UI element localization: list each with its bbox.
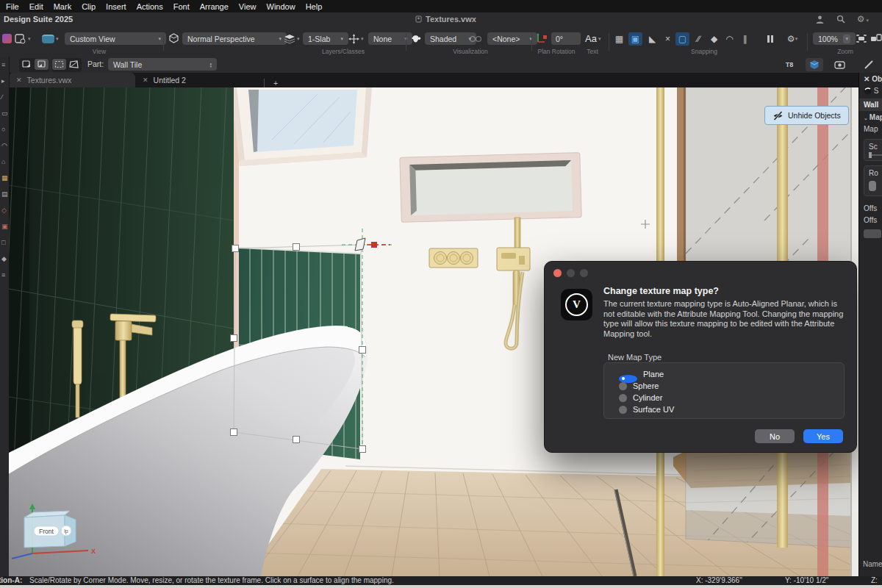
- render-teapot-icon[interactable]: [410, 32, 423, 45]
- document-title: Textures.vwx: [415, 15, 476, 24]
- map-edge-mode-icon[interactable]: [35, 59, 49, 70]
- change-texture-map-dialog: V Change texture map type? The current t…: [544, 261, 857, 453]
- fit-to-page-icon[interactable]: [870, 32, 882, 45]
- menu-item-mark[interactable]: Mark: [54, 2, 71, 11]
- menu-item-clip[interactable]: Clip: [82, 2, 96, 11]
- menu-item-actions[interactable]: Actions: [137, 2, 163, 11]
- snap-angle-icon[interactable]: ◣: [645, 32, 659, 46]
- layers-icon[interactable]: ▾: [284, 32, 300, 45]
- tab-untitled-2[interactable]: ✕ Untitled 2: [135, 73, 193, 87]
- text-scale-tool-icon[interactable]: T8: [781, 58, 798, 71]
- menu-item-help[interactable]: Help: [306, 2, 323, 11]
- texture-frame-mode-icon[interactable]: [52, 59, 66, 70]
- plan-rotation-value[interactable]: 0°: [551, 32, 581, 45]
- name-field-label: Name:: [863, 560, 882, 568]
- snap-parallel-icon[interactable]: ∥: [738, 32, 752, 46]
- no-button[interactable]: No: [755, 429, 795, 443]
- radio-sphere[interactable]: Sphere: [619, 380, 844, 392]
- close-window-button[interactable]: [553, 269, 562, 277]
- unhide-objects-button[interactable]: Unhide Objects: [764, 106, 849, 125]
- new-tab-button[interactable]: +: [264, 79, 278, 87]
- layers-classes-label: Layers/Classes: [322, 48, 365, 55]
- window: [231, 87, 372, 166]
- scale-label: Sc: [869, 143, 878, 151]
- radio-button-selected[interactable]: [619, 375, 637, 383]
- part-select[interactable]: Wall Tile ▴▾: [108, 58, 217, 71]
- scale-slider[interactable]: [869, 154, 882, 156]
- radio-plane[interactable]: Plane: [619, 368, 844, 380]
- menu-item-font[interactable]: Font: [173, 2, 190, 11]
- map-corner-mode-icon[interactable]: [20, 59, 34, 70]
- menu-item-file[interactable]: File: [6, 2, 19, 11]
- camera-effects-icon[interactable]: [469, 32, 482, 45]
- text-section-label: Text: [587, 48, 598, 55]
- radio-button[interactable]: [619, 394, 627, 402]
- map-label: Map: [859, 123, 882, 135]
- radio-surface-uv[interactable]: Surface UV: [619, 404, 844, 415]
- settings-gear-icon[interactable]: ⚙ ▾: [857, 14, 869, 24]
- snap-smart-point-icon[interactable]: ◆: [707, 32, 721, 46]
- snap-settings-gear-icon[interactable]: ⚙▾: [782, 32, 803, 46]
- fit-to-objects-icon[interactable]: [856, 32, 867, 45]
- class-nav-icon[interactable]: ▾: [348, 32, 364, 45]
- menu-item-insert[interactable]: Insert: [106, 2, 126, 11]
- render-style-select[interactable]: <None>▾: [487, 32, 537, 45]
- rotation-group: Ro: [864, 165, 882, 196]
- snap-distance-icon[interactable]: ∕∕: [692, 32, 706, 46]
- snap-intersection-icon[interactable]: ×: [661, 32, 675, 46]
- style-label: S: [874, 87, 879, 95]
- search-icon[interactable]: [836, 15, 845, 24]
- snap-pause-icon[interactable]: [763, 32, 777, 46]
- snap-tangent-icon[interactable]: ◠: [723, 32, 736, 46]
- projection-select[interactable]: Normal Perspective▾: [182, 32, 287, 45]
- camera-tool-icon[interactable]: [831, 58, 848, 71]
- snap-object-icon[interactable]: ▣: [628, 32, 642, 46]
- snap-grid-icon[interactable]: ▦: [612, 32, 626, 46]
- close-tab-icon[interactable]: ✕: [16, 76, 22, 84]
- bottom-edge-strip: [0, 585, 882, 588]
- cube-view-tool-icon[interactable]: [806, 58, 823, 71]
- menu-item-arrange[interactable]: Arrange: [200, 2, 229, 11]
- object-info-palette: ✕ Obje S Wall ⌄ Map Map Sc Ro Offs Offs …: [858, 73, 882, 576]
- status-message: Scale/Rotate by Corner Mode. Move, resiz…: [29, 576, 394, 584]
- rotation-knob[interactable]: [869, 181, 876, 191]
- text-style-icon[interactable]: Aa▾: [585, 32, 600, 45]
- plan-rotation-label: Plan Rotation: [537, 48, 575, 55]
- saved-views-icon[interactable]: ▾: [42, 32, 59, 45]
- plan-rotation-icon[interactable]: [535, 32, 548, 45]
- yes-button[interactable]: Yes: [803, 429, 843, 443]
- document-settings-icon[interactable]: ▾: [15, 32, 31, 45]
- distort-mode-icon[interactable]: [67, 59, 81, 70]
- offset-button[interactable]: [864, 229, 881, 238]
- app-tool-icon[interactable]: [2, 32, 12, 45]
- radio-cylinder[interactable]: Cylinder: [619, 392, 844, 404]
- map-group-label[interactable]: Map: [870, 113, 882, 121]
- menu-item-edit[interactable]: Edit: [29, 2, 43, 11]
- shower-control-knobs: [429, 248, 478, 268]
- close-tab-icon[interactable]: ✕: [143, 76, 148, 84]
- radio-button[interactable]: [619, 406, 627, 414]
- tool-mode-bar: Part: Wall Tile ▴▾ T8: [0, 57, 882, 74]
- projection-cube-icon[interactable]: [168, 32, 179, 45]
- menu-item-view[interactable]: View: [239, 2, 257, 11]
- view-select[interactable]: Custom View▾: [65, 32, 166, 45]
- zoom-window-button[interactable]: [580, 269, 588, 277]
- left-palette-tool[interactable]: ≡: [0, 57, 10, 73]
- dialog-message: The current texture mapping type is Auto…: [603, 299, 850, 339]
- close-palette-icon[interactable]: ✕: [864, 75, 870, 83]
- menu-item-window[interactable]: Window: [267, 2, 295, 11]
- rotate-handle-red[interactable]: [371, 242, 377, 248]
- vectorworks-logo: V: [561, 289, 592, 320]
- offset-label-1: Offs: [859, 202, 882, 214]
- minimize-window-button[interactable]: [567, 269, 575, 277]
- layer-select[interactable]: 1-Slab▾: [303, 32, 348, 45]
- wall-section-header[interactable]: Wall: [859, 98, 882, 111]
- user-icon[interactable]: [815, 15, 825, 24]
- pen-tool-icon[interactable]: [856, 58, 882, 71]
- left-palette-tool[interactable]: ▸: [0, 73, 10, 89]
- radio-button[interactable]: [619, 382, 627, 390]
- zoom-level-select[interactable]: 100%▾: [813, 32, 856, 45]
- eye-slash-icon: [772, 111, 784, 121]
- tab-textures[interactable]: ✕ Textures.vwx: [9, 73, 135, 87]
- snap-smart-edge-icon[interactable]: ▢: [675, 32, 689, 46]
